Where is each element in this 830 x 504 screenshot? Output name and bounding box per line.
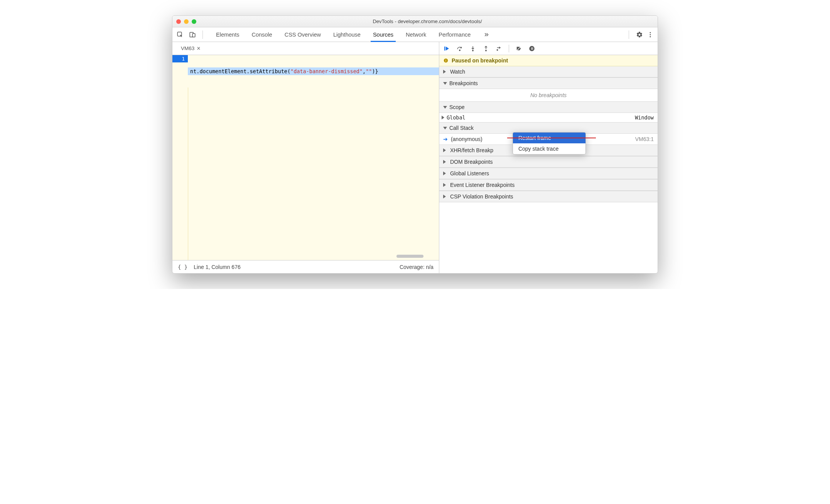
svg-point-3: [650, 32, 651, 33]
collapse-icon: [443, 127, 447, 129]
event-listener-breakpoints-header[interactable]: Event Listener Breakpoints: [439, 179, 658, 191]
collapse-icon: [443, 106, 447, 109]
svg-marker-11: [446, 46, 449, 50]
debugger-sections: Watch Breakpoints No breakpoints Scope G…: [439, 66, 658, 202]
global-listeners-header[interactable]: Global Listeners: [439, 168, 658, 179]
device-toolbar-icon[interactable]: [187, 29, 198, 40]
zoom-window-button[interactable]: [192, 19, 196, 24]
frame-name: (anonymous): [451, 136, 482, 142]
separator: [629, 30, 629, 39]
deactivate-breakpoints-icon[interactable]: [515, 45, 523, 52]
step-into-icon[interactable]: [469, 45, 477, 52]
debugger-panel: Paused on breakpoint Watch Breakpoints N…: [439, 42, 658, 273]
paused-label: Paused on breakpoint: [452, 57, 508, 64]
svg-rect-22: [445, 59, 446, 60]
source-text[interactable]: nt.documentElement.setAttribute("data-ba…: [188, 55, 439, 260]
expand-icon: [442, 116, 444, 119]
expand-icon: [443, 160, 448, 164]
code-editor[interactable]: 1 nt.documentElement.setAttribute("data-…: [172, 55, 439, 260]
section-label: Global Listeners: [450, 170, 489, 176]
svg-point-12: [459, 50, 460, 50]
svg-point-14: [472, 50, 473, 51]
scope-header[interactable]: Scope: [439, 101, 658, 113]
svg-point-16: [486, 50, 486, 51]
paused-banner: Paused on breakpoint: [439, 55, 658, 66]
editor-empty-area: [188, 87, 439, 260]
section-label: Scope: [449, 104, 465, 110]
section-label: Call Stack: [449, 125, 474, 131]
window-titlebar: DevTools - developer.chrome.com/docs/dev…: [172, 16, 658, 27]
info-icon: [443, 58, 449, 63]
devtools-window: DevTools - developer.chrome.com/docs/dev…: [172, 15, 658, 274]
cursor-position: Line 1, Column 676: [194, 264, 240, 270]
svg-rect-10: [444, 46, 445, 50]
scope-value: Window: [635, 114, 654, 121]
section-label: DOM Breakpoints: [450, 159, 493, 165]
code-line: nt.documentElement.setAttribute("data-ba…: [188, 67, 439, 75]
section-label: Event Listener Breakpoints: [450, 182, 515, 188]
tab-console[interactable]: Console: [250, 27, 273, 42]
minimize-window-button[interactable]: [184, 19, 189, 24]
editor-tabs: VM63 ×: [172, 42, 439, 55]
csp-violation-breakpoints-header[interactable]: CSP Violation Breakpoints: [439, 191, 658, 202]
callstack-frame-row[interactable]: ➔ (anonymous) VM63:1 Restart frame Copy …: [439, 134, 658, 144]
resume-script-icon[interactable]: [442, 45, 451, 52]
context-menu: Restart frame Copy stack trace: [513, 132, 586, 155]
menu-item-copy-stack-trace[interactable]: Copy stack trace: [513, 143, 585, 154]
collapse-icon: [443, 82, 447, 85]
tab-css-overview[interactable]: CSS Overview: [283, 27, 322, 42]
traffic-lights: [176, 19, 196, 24]
debug-toolbar: [439, 42, 658, 55]
section-label: Breakpoints: [449, 80, 478, 86]
tab-performance[interactable]: Performance: [437, 27, 472, 42]
svg-point-5: [650, 36, 651, 37]
current-frame-arrow-icon: ➔: [443, 136, 448, 142]
content-split: VM63 × 1 nt.documentElement.setAttribute…: [172, 42, 658, 273]
dom-breakpoints-header[interactable]: DOM Breakpoints: [439, 156, 658, 168]
tab-elements[interactable]: Elements: [214, 27, 241, 42]
pause-on-exceptions-icon[interactable]: [528, 45, 536, 52]
no-breakpoints-label: No breakpoints: [439, 89, 658, 101]
more-tabs-icon[interactable]: [481, 27, 491, 42]
expand-icon: [443, 183, 448, 187]
step-out-icon[interactable]: [482, 45, 490, 52]
window-title: DevTools - developer.chrome.com/docs/dev…: [201, 18, 654, 24]
coverage-status: Coverage: n/a: [400, 264, 434, 270]
separator: [509, 45, 509, 52]
tab-sources[interactable]: Sources: [371, 27, 395, 42]
separator: [202, 30, 203, 39]
frame-location: VM63:1: [635, 136, 654, 142]
svg-rect-2: [192, 34, 195, 37]
expand-icon: [443, 195, 448, 198]
tabstrip-right: [626, 30, 655, 39]
expand-icon: [443, 70, 448, 74]
scope-name: Global: [447, 114, 466, 121]
watch-header[interactable]: Watch: [439, 66, 658, 77]
step-icon[interactable]: [495, 45, 503, 52]
line-number[interactable]: 1: [172, 55, 188, 62]
editor-tab-vm63[interactable]: VM63 ×: [179, 43, 203, 54]
tab-network[interactable]: Network: [404, 27, 428, 42]
section-label: Watch: [450, 69, 465, 75]
close-tab-icon[interactable]: ×: [197, 45, 200, 52]
settings-gear-icon[interactable]: [636, 31, 643, 38]
strikethrough-annotation: [507, 138, 596, 138]
step-over-icon[interactable]: [455, 45, 464, 52]
editor-statusbar: { } Line 1, Column 676 Coverage: n/a: [172, 260, 439, 273]
devtools-tabstrip: Elements Console CSS Overview Lighthouse…: [172, 27, 658, 42]
breakpoints-header[interactable]: Breakpoints: [439, 77, 658, 89]
pretty-print-icon[interactable]: { }: [178, 264, 187, 270]
expand-icon: [443, 148, 448, 152]
horizontal-scrollbar-thumb[interactable]: [396, 255, 423, 258]
scope-global-row[interactable]: Global Window: [439, 113, 658, 122]
close-window-button[interactable]: [176, 19, 181, 24]
svg-point-18: [497, 49, 498, 50]
inspect-element-icon[interactable]: [175, 29, 186, 40]
section-label: CSP Violation Breakpoints: [450, 193, 513, 200]
editor-tab-label: VM63: [181, 45, 194, 51]
tab-lighthouse[interactable]: Lighthouse: [332, 27, 362, 42]
kebab-menu-icon[interactable]: [647, 31, 654, 38]
expand-icon: [443, 171, 448, 175]
editor-panel: VM63 × 1 nt.documentElement.setAttribute…: [172, 42, 439, 273]
gutter: 1: [172, 55, 188, 260]
